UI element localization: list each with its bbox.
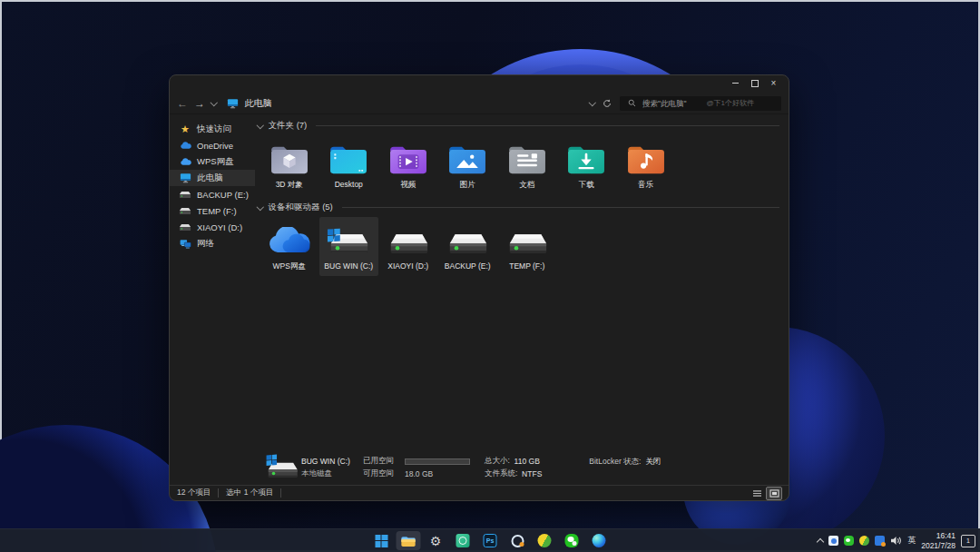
taskbar-ball-app-button[interactable] (533, 531, 557, 550)
taskbar-green-app-button[interactable] (451, 531, 475, 550)
sidebar-item-xiaoyi-d[interactable]: XIAOYI (D:) (170, 219, 255, 235)
sidebar-item-label: 网络 (197, 238, 214, 250)
search-icon (625, 99, 638, 107)
drive-small-icon (179, 207, 191, 215)
recent-locations-chevron-icon[interactable] (211, 99, 218, 106)
maximize-button[interactable] (745, 76, 764, 90)
cloud-drive-icon (266, 222, 313, 258)
taskbar: ⚙Ps 英16:412021/7/281 (0, 528, 980, 552)
address-bar[interactable]: 此电脑 (227, 97, 272, 110)
item-desktop[interactable]: Desktop (319, 135, 379, 194)
item-pictures[interactable]: 图片 (438, 135, 498, 194)
item-d-drive[interactable]: XIAOYI (D:) (378, 217, 438, 276)
collapse-chevron-icon (257, 203, 264, 211)
sidebar-item-label: 此电脑 (197, 172, 223, 184)
taskbar-start-button[interactable] (369, 531, 394, 550)
tray-expand-icon[interactable] (818, 537, 823, 545)
item-documents[interactable]: 文档 (497, 135, 557, 194)
sidebar-item-label: OneDrive (197, 141, 233, 151)
group-divider (316, 125, 779, 126)
sidebar-item-network[interactable]: 网络 (170, 235, 255, 251)
taskbar-wechat-button[interactable] (560, 531, 584, 550)
forward-button[interactable]: → (194, 98, 205, 109)
system-tray: 英16:412021/7/281 (818, 529, 975, 552)
folder-3d-icon (269, 140, 310, 176)
group-divider (342, 207, 779, 208)
green-app-icon (456, 534, 470, 547)
item-e-drive[interactable]: BACKUP (E:) (438, 217, 498, 276)
notification-center-icon[interactable]: 1 (961, 535, 975, 547)
details-view-button[interactable] (750, 488, 764, 499)
volume-icon[interactable] (890, 536, 902, 546)
drive-icon (446, 222, 489, 258)
titlebar[interactable]: × (170, 75, 789, 93)
edge-icon (593, 534, 606, 547)
taskbar-settings-button[interactable]: ⚙ (424, 531, 448, 550)
search-input[interactable] (642, 99, 701, 108)
desktop: × ← → 此电脑 @下1个好软件 ★快速访问OneDriveWPS网盘此电脑B… (0, 0, 980, 552)
navigation-pane: ★快速访问OneDriveWPS网盘此电脑BACKUP (E:)TEMP (F:… (170, 114, 255, 485)
sidebar-item-onedrive[interactable]: OneDrive (170, 137, 255, 153)
item-videos[interactable]: 视频 (378, 135, 438, 194)
item-label: BACKUP (E:) (445, 261, 491, 271)
total-size-value: 110 GB (514, 457, 540, 466)
sidebar-item-label: WPS网盘 (197, 156, 234, 168)
sidebar-item-quick-access[interactable]: ★快速访问 (170, 121, 255, 137)
folder-documents-icon (506, 140, 548, 176)
sidebar-item-temp-f[interactable]: TEMP (F:) (170, 202, 255, 219)
sidebar-item-label: BACKUP (E:) (197, 190, 249, 200)
filesystem-label: 文件系统: (485, 468, 517, 479)
watermark-text: @下1个好软件 (706, 98, 754, 108)
taskbar-q-app-button[interactable] (505, 531, 530, 550)
tray-transfer-icon[interactable] (875, 536, 885, 546)
address-location: 此电脑 (245, 97, 272, 110)
item-downloads[interactable]: 下载 (557, 135, 617, 194)
tray-app-blue-icon[interactable] (828, 536, 838, 546)
this-pc-icon (227, 98, 240, 109)
settings-icon: ⚙ (430, 535, 442, 547)
minimize-button[interactable] (726, 76, 745, 90)
explorer-icon (401, 535, 416, 547)
item-c-drive[interactable]: BUG WIN (C:) (319, 217, 379, 276)
refresh-icon[interactable] (601, 99, 613, 108)
cloud-wps-icon (179, 158, 191, 166)
tray-ball-icon[interactable] (859, 536, 869, 546)
drive-icon (387, 222, 430, 258)
local-disk-icon (265, 454, 301, 481)
explorer-window: × ← → 此电脑 @下1个好软件 ★快速访问OneDriveWPS网盘此电脑B… (169, 74, 789, 501)
item-f-drive[interactable]: TEMP (F:) (497, 217, 557, 276)
used-space-bar (405, 458, 470, 465)
ball-app-icon (538, 534, 552, 547)
item-label: 图片 (460, 180, 475, 191)
free-space-label: 可用空间 (363, 468, 405, 479)
taskbar-photoshop-button[interactable]: Ps (478, 531, 503, 550)
item-3d-objects[interactable]: 3D 对象 (260, 135, 319, 194)
total-size-label: 总大小: (485, 456, 510, 467)
close-icon: × (771, 78, 777, 88)
taskbar-edge-button[interactable] (587, 531, 612, 550)
photoshop-icon: Ps (484, 534, 497, 547)
taskbar-explorer-button[interactable] (397, 531, 421, 550)
group-header-folders[interactable]: 文件夹 (7) (258, 119, 779, 133)
item-label: 视频 (400, 180, 416, 191)
close-button[interactable]: × (764, 76, 783, 90)
navigation-bar: ← → 此电脑 @下1个好软件 (170, 93, 789, 114)
search-box[interactable]: @下1个好软件 (620, 96, 781, 111)
sidebar-item-this-pc[interactable]: 此电脑 (170, 170, 255, 186)
input-language-indicator[interactable]: 英 (907, 535, 916, 547)
start-icon (375, 535, 387, 547)
minimize-icon (732, 83, 739, 84)
back-button[interactable]: ← (177, 98, 188, 109)
tray-wechat-icon[interactable] (844, 536, 854, 546)
item-music[interactable]: 音乐 (616, 135, 676, 194)
group-header-drives[interactable]: 设备和驱动器 (5) (258, 201, 779, 214)
cloud-onedrive-icon (179, 142, 191, 150)
sidebar-item-wps-cloud[interactable]: WPS网盘 (170, 153, 255, 170)
item-label: WPS网盘 (273, 261, 306, 272)
item-wps-drive[interactable]: WPS网盘 (260, 217, 319, 276)
sidebar-item-backup-e[interactable]: BACKUP (E:) (170, 186, 255, 202)
item-label: BUG WIN (C:) (324, 261, 373, 271)
taskbar-clock[interactable]: 16:412021/7/28 (921, 531, 956, 549)
address-dropdown-icon[interactable] (588, 99, 595, 106)
large-icons-view-button[interactable] (767, 488, 781, 499)
